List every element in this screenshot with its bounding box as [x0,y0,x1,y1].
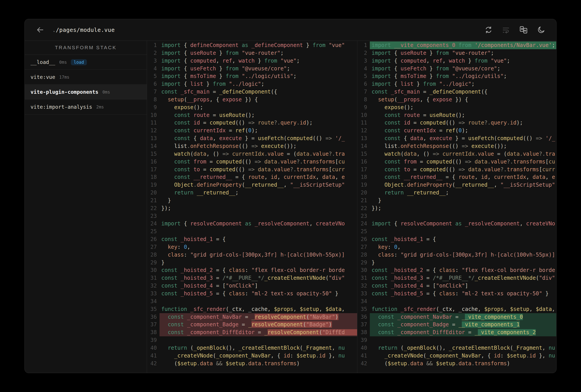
line-number: 26 [357,236,370,243]
code-line: 38 const _component_DiffEditor = __vite_… [357,328,556,336]
line-number: 29 [357,259,370,266]
line-number: 6 [357,80,370,88]
line-number: 42 [357,360,370,368]
code-line: 34 [147,298,357,305]
code-line: 40 return (_openBlock(), _createElementB… [357,344,556,352]
code-line: 39 [147,336,357,344]
code-line: 22}); [147,204,357,212]
code-pane-after[interactable]: 1import __vite_components_0 from '/compo… [357,41,556,373]
line-number: 11 [147,119,160,127]
code-line: 14 list.onFetchResponse(() => execute())… [147,142,357,150]
refresh-button[interactable] [484,26,492,34]
line-number: 24 [357,220,370,228]
line-number: 34 [147,298,160,305]
line-number: 28 [147,251,160,259]
code-line: 36 const _component_NavBar = _resolveCom… [147,313,357,321]
line-number: 41 [147,352,160,360]
code-line: 24import { resolveComponent as _resolveC… [147,220,357,228]
code-line: 36 const _component_NavBar = __vite_comp… [357,313,556,321]
code-line: 18 const __returned__ = { route, id, cur… [147,173,357,181]
line-number: 34 [357,298,370,305]
code-line: 13 const { data, execute } = useFetch(co… [357,134,556,142]
line-number: 24 [147,220,160,228]
line-number: 12 [147,127,160,134]
code-line: 27 key: 0, [357,243,556,251]
theme-toggle[interactable] [537,26,545,34]
code-line: 15 watch(data, () => currentIdx.value = … [147,150,357,158]
code-line: 6import { list } from "../logic"; [147,80,357,88]
code-line: 10 const route = useRoute(); [357,111,556,119]
code-line: 23 [357,212,556,220]
code-line: 38 const _component_DiffEditor = _resolv… [147,328,357,336]
sidebar-item-load[interactable]: __load__0msload [25,55,147,70]
code-line: 34 [357,298,556,305]
line-number: 7 [357,88,370,96]
line-number: 26 [147,236,160,243]
line-number: 14 [357,142,370,150]
code-line: 19 Object.defineProperty(__returned__, "… [357,181,556,189]
plugin-name: __load__ [30,59,55,65]
plugin-time: 0ms [102,90,110,94]
line-number: 36 [147,313,160,321]
line-wrap-toggle[interactable] [502,26,510,34]
line-number: 9 [357,104,370,111]
sidebar-item-vite-vue[interactable]: vite:vue17ms [25,70,147,85]
line-number: 25 [147,228,160,236]
line-number: 20 [147,189,160,197]
code-line: 18 const __returned__ = { route, id, cur… [357,173,556,181]
line-number: 19 [357,181,370,189]
line-number: 27 [147,243,160,251]
code-line: 20 return __returned__; [357,189,556,197]
code-line: 42 ($setup.data && $setup.data.transform… [147,360,357,368]
diff-view-toggle[interactable] [519,26,528,34]
line-number: 31 [147,274,160,282]
line-number: 9 [147,104,160,111]
code-line: 14 list.onFetchResponse(() => execute())… [357,142,556,150]
line-number: 7 [147,88,160,96]
diff-panels-icon [519,26,528,34]
line-number: 37 [357,321,370,328]
line-number: 22 [357,204,370,212]
line-number: 16 [147,158,160,166]
code-line: 25 [357,228,556,236]
code-line: 23 [147,212,357,220]
code-line: 9 expose(); [357,104,556,111]
line-number: 2 [357,49,370,57]
back-button[interactable] [36,26,44,34]
line-number: 17 [147,166,160,174]
line-number: 13 [357,134,370,142]
code-line: 8 setup(__props, { expose }) { [147,96,357,104]
line-number: 15 [357,150,370,158]
line-number: 37 [147,321,160,328]
code-line: 3import { computed, ref, watch } from "v… [147,57,357,65]
code-line: 12 const currentIdx = ref(0); [357,127,556,134]
line-number: 18 [357,173,370,181]
code-line: 15 watch(data, () => currentIdx.value = … [357,150,556,158]
line-number: 4 [147,65,160,72]
code-line: 35function _sfc_render(_ctx, _cache, $pr… [357,305,556,313]
line-number: 35 [357,305,370,313]
sidebar-item-vite-plugin-components[interactable]: vite-plugin-components0ms [25,85,147,100]
code-line: 20 return __returned__; [147,189,357,197]
line-number: 20 [357,189,370,197]
code-line: 42 ($setup.data && $setup.data.transform… [357,360,556,368]
code-line: 21 } [357,197,556,204]
sidebar-item-vite-import-analysis[interactable]: vite:import-analysis2ms [25,100,147,114]
code-line: 11 const id = computed(() => route?.quer… [147,119,357,127]
line-number: 6 [147,80,160,88]
line-number: 38 [357,328,370,336]
line-number: 38 [147,328,160,336]
line-number: 25 [357,228,370,236]
diff-editor: 1import { defineComponent as _defineComp… [147,41,556,373]
content-area: TRANSFORM STACK __load__0msloadvite:vue1… [25,41,556,373]
titlebar: ./pages/module.vue [25,19,556,41]
code-line: 37 const _component_Badge = _resolveComp… [147,321,357,328]
code-line: 39 [357,336,556,344]
line-number: 42 [147,360,160,368]
code-pane-before[interactable]: 1import { defineComponent as _defineComp… [147,41,357,373]
line-number: 28 [357,251,370,259]
code-line: 33const _hoisted_5 = { class: "ml-2 text… [357,290,556,298]
code-line: 17 const to = computed(() => data.value?… [147,166,357,174]
code-line: 41 _createVNode(_component_NavBar, { id:… [147,352,357,360]
transform-stack-header: TRANSFORM STACK [25,41,147,55]
